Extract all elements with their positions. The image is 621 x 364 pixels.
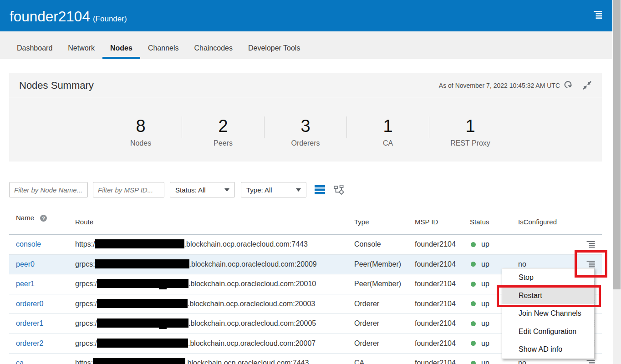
status-up-dot: [471, 321, 476, 326]
chevron-down-icon: [296, 188, 301, 192]
node-link[interactable]: orderer0: [16, 300, 43, 308]
cell-route: https:/.blockchain.ocp.oraclecloud.com:7…: [75, 240, 354, 248]
collapse-icon[interactable]: [583, 81, 591, 90]
app-header: founder2104(Founder): [0, 0, 612, 31]
cell-route: grpcs:/.blockchain.ocp.oraclecloud.com:2…: [75, 339, 354, 348]
cell-status: up: [470, 260, 518, 268]
col-header-route: Route: [75, 218, 354, 226]
node-link[interactable]: ca: [16, 359, 24, 364]
filter-msp-id-input[interactable]: [93, 182, 164, 197]
status-filter-dropdown[interactable]: Status: All: [170, 182, 235, 197]
cell-msp-id: founder2104: [415, 280, 470, 288]
cell-type: Peer(Member): [354, 280, 415, 288]
node-link[interactable]: peer0: [16, 260, 35, 268]
cell-type: Peer(Member): [354, 260, 415, 268]
as-of-timestamp: As of November 7, 2022 10:45:32 AM UTC: [439, 82, 560, 89]
summary-stats: 8 Nodes 2 Peers 3 Orderers 1 CA 1 REST P…: [9, 98, 602, 162]
redaction-bar: [93, 358, 185, 364]
topology-view-icon[interactable]: [334, 185, 344, 195]
table-header: Name ? Route Type MSP ID Status IsConfig…: [9, 207, 602, 235]
stat-orderers-label: Orderers: [265, 139, 346, 147]
help-icon[interactable]: ?: [40, 215, 47, 222]
cell-name: console: [9, 240, 75, 248]
status-text: up: [481, 339, 489, 348]
cell-name: peer1: [9, 280, 75, 288]
node-link[interactable]: peer1: [16, 280, 35, 288]
stat-ca: 1 CA: [347, 117, 429, 162]
cell-type: Orderer: [354, 300, 415, 308]
menu-item-edit-configuration[interactable]: Edit Configuration: [502, 323, 594, 341]
vertical-scrollbar[interactable]: [613, 0, 621, 364]
redaction-bar: [97, 339, 188, 348]
stat-rest-proxy-value: 1: [429, 117, 511, 135]
filter-node-name-input[interactable]: [9, 182, 88, 197]
tab-dashboard[interactable]: Dashboard: [9, 37, 60, 59]
redaction-bar: [95, 259, 189, 268]
col-header-name: Name ?: [9, 213, 75, 222]
cell-status: up: [470, 240, 518, 248]
type-filter-value: Type: All: [246, 186, 272, 194]
cell-isconfigured: no: [518, 359, 586, 364]
stat-peers-label: Peers: [182, 139, 264, 147]
hamburger-menu-icon[interactable]: [594, 11, 602, 19]
redaction-bar: [97, 279, 188, 288]
tab-channels[interactable]: Channels: [140, 37, 187, 59]
status-up-dot: [471, 361, 476, 364]
panel-header: Nodes Summary As of November 7, 2022 10:…: [9, 73, 602, 98]
row-menu-icon[interactable]: [586, 241, 595, 248]
refresh-icon[interactable]: [564, 81, 572, 90]
status-text: up: [481, 359, 489, 364]
status-up-dot: [471, 301, 476, 306]
stat-ca-label: CA: [347, 139, 429, 147]
redaction-bar: [97, 318, 188, 328]
table-row-console[interactable]: consolehttps:/.blockchain.ocp.oracleclou…: [9, 235, 602, 255]
list-view-icon[interactable]: [315, 185, 325, 194]
app-title: founder2104: [10, 8, 90, 25]
filter-toolbar: Status: All Type: All: [9, 182, 613, 197]
stat-rest-proxy: 1 REST Proxy: [429, 117, 511, 162]
cell-type: CA: [354, 359, 415, 364]
cell-msp-id: founder2104: [415, 339, 470, 348]
cell-msp-id: founder2104: [415, 319, 470, 328]
row-menu-icon[interactable]: [586, 360, 595, 364]
cell-name: orderer1: [9, 319, 75, 328]
cell-msp-id: founder2104: [415, 300, 470, 308]
cell-name: orderer2: [9, 339, 75, 348]
stat-peers: 2 Peers: [182, 117, 264, 162]
cell-type: Orderer: [354, 339, 415, 348]
status-text: up: [481, 300, 489, 308]
cell-route: grpcs:.blockchain.ocp.oraclecloud.com:20…: [75, 260, 354, 268]
panel-title: Nodes Summary: [19, 80, 94, 91]
node-link[interactable]: orderer2: [16, 339, 43, 348]
node-link[interactable]: orderer1: [16, 319, 43, 328]
cell-name: peer0: [9, 260, 75, 268]
col-header-status: Status: [470, 218, 518, 226]
cell-route: grpcs:/.blockchain.ocp.oraclecloud.com:2…: [75, 319, 354, 328]
status-text: up: [481, 240, 489, 248]
menu-item-show-ad-info[interactable]: Show AD info: [502, 340, 594, 359]
stat-ca-value: 1: [347, 117, 429, 135]
cell-route: grpcs:/.blockchain.ocp.oraclecloud.com:2…: [75, 300, 354, 308]
scrollbar-thumb[interactable]: [613, 0, 621, 289]
cell-msp-id: founder2104: [415, 240, 470, 248]
cell-msp-id: founder2104: [415, 260, 470, 268]
status-text: up: [481, 280, 489, 288]
node-link[interactable]: console: [16, 240, 41, 248]
tab-nodes[interactable]: Nodes: [102, 37, 140, 59]
cell-actions: [586, 360, 602, 364]
cell-actions: [586, 241, 602, 248]
status-up-dot: [471, 242, 476, 247]
status-up-dot: [471, 282, 476, 287]
type-filter-dropdown[interactable]: Type: All: [241, 182, 306, 197]
cell-route: grpcs:/.blockchain.ocp.oraclecloud.com:2…: [75, 280, 354, 288]
tab-network[interactable]: Network: [60, 37, 102, 59]
stat-rest-proxy-label: REST Proxy: [429, 139, 511, 147]
status-up-dot: [471, 341, 476, 346]
stat-peers-value: 2: [182, 117, 264, 135]
tab-chaincodes[interactable]: Chaincodes: [186, 37, 240, 59]
cell-type: Console: [354, 240, 415, 248]
nodes-summary-panel: Nodes Summary As of November 7, 2022 10:…: [9, 73, 602, 162]
cell-name: ca: [9, 359, 75, 364]
tab-bar: Dashboard Network Nodes Channels Chainco…: [0, 31, 612, 59]
tab-developer-tools[interactable]: Developer Tools: [240, 37, 308, 59]
